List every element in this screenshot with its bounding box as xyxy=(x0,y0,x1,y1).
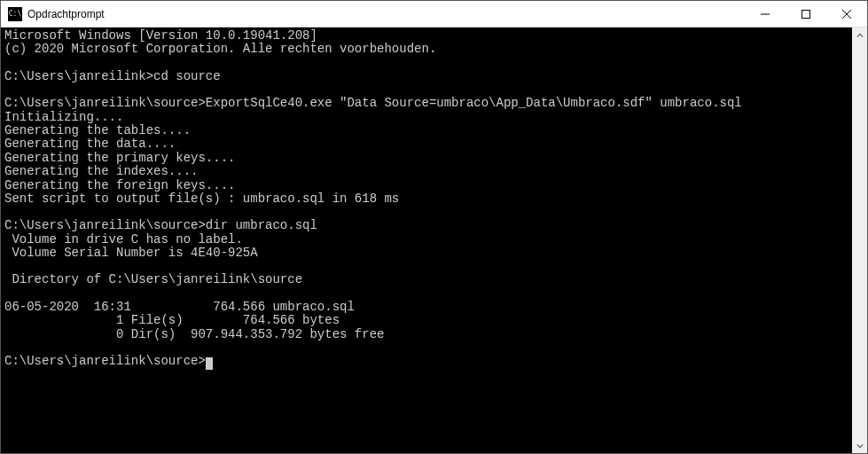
window-controls xyxy=(745,1,867,27)
terminal-line: Volume in drive C has no label. xyxy=(4,233,848,247)
close-icon xyxy=(842,10,851,19)
terminal-line: 1 File(s) 764.566 bytes xyxy=(4,314,848,327)
terminal-line: C:\Users\janreilink\source> xyxy=(4,355,848,368)
minimize-button[interactable] xyxy=(745,1,786,27)
terminal-line xyxy=(4,287,848,301)
scroll-up-button[interactable] xyxy=(852,27,867,43)
terminal-line: Generating the foreign keys.... xyxy=(4,179,848,192)
terminal-line xyxy=(4,83,848,97)
terminal-line: C:\Users\janreilink\source>dir umbraco.s… xyxy=(4,219,848,232)
terminal-line: 0 Dir(s) 907.944.353.792 bytes free xyxy=(4,328,848,341)
terminal-line: Sent script to output file(s) : umbraco.… xyxy=(4,192,848,206)
terminal-line: Generating the primary keys.... xyxy=(4,152,848,165)
terminal-line xyxy=(4,206,848,219)
terminal-output[interactable]: Microsoft Windows [Version 10.0.19041.20… xyxy=(1,27,852,453)
terminal-line: Microsoft Windows [Version 10.0.19041.20… xyxy=(4,29,848,43)
scrollbar-track[interactable] xyxy=(852,43,867,438)
chevron-up-icon xyxy=(856,32,864,39)
terminal-line: C:\Users\janreilink\source>ExportSqlCe40… xyxy=(4,97,848,110)
maximize-button[interactable] xyxy=(786,1,826,27)
terminal-line xyxy=(4,57,848,70)
terminal-line: Generating the data.... xyxy=(4,137,848,151)
terminal-line: (c) 2020 Microsoft Corporation. Alle rec… xyxy=(4,43,848,56)
scroll-down-button[interactable] xyxy=(852,438,867,453)
app-icon-text: C:\ xyxy=(9,10,21,18)
terminal-line xyxy=(4,260,848,273)
terminal-line: C:\Users\janreilink>cd source xyxy=(4,70,848,83)
terminal-line: Generating the indexes.... xyxy=(4,165,848,178)
cursor xyxy=(206,357,213,370)
app-icon: C:\ xyxy=(8,7,22,21)
svg-rect-1 xyxy=(802,10,810,18)
scrollbar[interactable] xyxy=(852,27,867,453)
terminal-line: Initializing.... xyxy=(4,111,848,124)
chevron-down-icon xyxy=(856,442,864,450)
terminal-line xyxy=(4,341,848,355)
terminal-line: Generating the tables.... xyxy=(4,124,848,137)
maximize-icon xyxy=(802,10,810,19)
titlebar: C:\ Opdrachtprompt xyxy=(1,1,867,27)
terminal-wrap: Microsoft Windows [Version 10.0.19041.20… xyxy=(1,27,867,453)
close-button[interactable] xyxy=(826,1,867,27)
terminal-line: Volume Serial Number is 4E40-925A xyxy=(4,247,848,260)
minimize-icon xyxy=(761,10,770,19)
terminal-line: 06-05-2020 16:31 764.566 umbraco.sql xyxy=(4,301,848,314)
window-title: Opdrachtprompt xyxy=(27,8,745,20)
terminal-line: Directory of C:\Users\janreilink\source xyxy=(4,273,848,286)
